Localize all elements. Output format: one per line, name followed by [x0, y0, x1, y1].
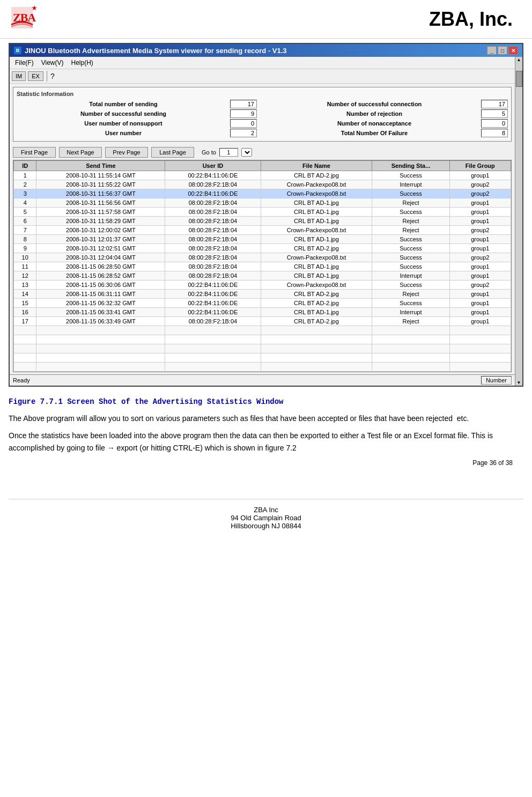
- table-row[interactable]: 72008-10-31 12:00:02 GMT08:00:28:F2:1B:0…: [14, 226, 511, 235]
- cell-group: group1: [449, 317, 511, 326]
- cell-user: 08:00:28:F2:1B:04: [165, 198, 261, 208]
- stat-successful-sending-label: Number of successful sending: [17, 110, 230, 117]
- cell-status: Reject: [372, 290, 449, 299]
- cell-group: group1: [449, 271, 511, 281]
- stat-nonacceptance: Number of nonacceptance 0: [268, 119, 508, 128]
- main-content: B JINOU Bluetooth Advertisement Media Sy…: [0, 39, 532, 534]
- table-row[interactable]: 132008-11-15 06:30:06 GMT00:22:B4:11:06:…: [14, 281, 511, 290]
- col-file-name: File Name: [261, 161, 372, 171]
- page-footer: ZBA Inc 94 Old Camplain Road Hillsboroug…: [9, 499, 523, 530]
- table-row[interactable]: 92008-10-31 12:02:51 GMT08:00:28:F2:1B:0…: [14, 244, 511, 253]
- cell-time: 2008-10-31 11:55:14 GMT: [36, 171, 165, 180]
- figure-caption: Figure 7.7.1 Screen Shot of the Advertis…: [9, 397, 523, 406]
- cell-time: 2008-10-31 11:56:56 GMT: [36, 198, 165, 208]
- menu-bar: File(F) View(V) Help(H): [10, 57, 515, 69]
- cell-group: group2: [449, 226, 511, 235]
- scroll-down-button[interactable]: ▼: [516, 380, 522, 386]
- bluetooth-icon: B: [14, 47, 21, 54]
- cell-status: Reject: [372, 198, 449, 208]
- body-paragraph-1: The Above program will allow you to sort…: [9, 412, 523, 424]
- cell-status: Interrupt: [372, 271, 449, 281]
- stat-total-sending-label: Total number of sending: [17, 101, 230, 107]
- table-row[interactable]: 112008-11-15 06:28:50 GMT08:00:28:F2:1B:…: [14, 262, 511, 271]
- cell-user: 00:22:B4:11:06:DE: [165, 308, 261, 317]
- toolbar-ex-button[interactable]: EX: [28, 71, 43, 81]
- goto-input[interactable]: [219, 148, 238, 157]
- table-header-row: ID Send Time User ID File Name Sending S…: [14, 161, 511, 171]
- cell-time: 2008-10-31 12:02:51 GMT: [36, 244, 165, 253]
- scroll-up-button[interactable]: ▲: [516, 57, 522, 63]
- cell-group: group1: [449, 299, 511, 308]
- menu-file[interactable]: File(F): [12, 58, 37, 68]
- next-page-button[interactable]: Next Page: [59, 147, 102, 158]
- toolbar-im-button[interactable]: IM: [12, 71, 26, 81]
- stat-successful-sending-value: 9: [230, 109, 257, 118]
- cell-user: 08:00:28:F2:1B:04: [165, 226, 261, 235]
- table-row[interactable]: 52008-10-31 11:57:58 GMT08:00:28:F2:1B:0…: [14, 208, 511, 217]
- table-row[interactable]: 102008-10-31 12:04:04 GMT08:00:28:F2:1B:…: [14, 253, 511, 262]
- cell-user: 08:00:28:F2:1B:04: [165, 180, 261, 189]
- cell-file: CRL BT AD-1.jpg: [261, 198, 372, 208]
- cell-time: 2008-10-31 11:56:37 GMT: [36, 189, 165, 198]
- stat-nonsupport-label: User number of nonsupport: [17, 120, 230, 127]
- cell-group: group1: [449, 235, 511, 244]
- menu-help[interactable]: Help(H): [68, 58, 96, 68]
- cell-user: 08:00:28:F2:1B:04: [165, 253, 261, 262]
- stat-total-failure-value: 8: [481, 129, 508, 137]
- window-titlebar: B JINOU Bluetooth Advertisement Media Sy…: [10, 44, 522, 57]
- maximize-button[interactable]: □: [498, 46, 507, 55]
- stats-legend: Statistic Information: [17, 91, 508, 97]
- stat-rejection-value: 5: [481, 109, 508, 118]
- application-window: B JINOU Bluetooth Advertisement Media Sy…: [9, 43, 523, 387]
- prev-page-button[interactable]: Prev Page: [105, 147, 148, 158]
- stat-nonsupport: User number of nonsupport 0: [17, 119, 257, 128]
- cell-id: 9: [14, 244, 36, 253]
- table-row[interactable]: 172008-11-15 06:33:49 GMT08:00:28:F2:1B:…: [14, 317, 511, 326]
- table-row[interactable]: 42008-10-31 11:56:56 GMT08:00:28:F2:1B:0…: [14, 198, 511, 208]
- cell-status: Interrupt: [372, 180, 449, 189]
- cell-user: 08:00:28:F2:1B:04: [165, 235, 261, 244]
- cell-id: 17: [14, 317, 36, 326]
- cell-time: 2008-10-31 11:57:58 GMT: [36, 208, 165, 217]
- table-row[interactable]: 122008-11-15 06:28:52 GMT08:00:28:F2:1B:…: [14, 271, 511, 281]
- scrollbar-right[interactable]: ▲ ▼: [515, 57, 522, 386]
- cell-id: 1: [14, 171, 36, 180]
- table-row[interactable]: 32008-10-31 11:56:37 GMT00:22:B4:11:06:D…: [14, 189, 511, 198]
- cell-group: group1: [449, 217, 511, 226]
- cell-time: 2008-11-15 06:33:41 GMT: [36, 308, 165, 317]
- table-row[interactable]: 12008-10-31 11:55:14 GMT00:22:B4:11:06:D…: [14, 171, 511, 180]
- cell-user: 00:22:B4:11:06:DE: [165, 189, 261, 198]
- stat-nonsupport-value: 0: [230, 119, 257, 128]
- toolbar-separator: [47, 71, 47, 82]
- cell-id: 10: [14, 253, 36, 262]
- col-send-time: Send Time: [36, 161, 165, 171]
- cell-group: group2: [449, 180, 511, 189]
- cell-status: Success: [372, 208, 449, 217]
- close-button[interactable]: ✕: [508, 46, 518, 55]
- cell-time: 2008-10-31 12:00:02 GMT: [36, 226, 165, 235]
- cell-file: Crown-Packexpo08.txt: [261, 189, 372, 198]
- stat-user-number-value: 2: [230, 129, 257, 137]
- table-row[interactable]: 82008-10-31 12:01:37 GMT08:00:28:F2:1B:0…: [14, 235, 511, 244]
- minimize-button[interactable]: _: [487, 46, 497, 55]
- table-row[interactable]: 152008-11-15 06:32:32 GMT00:22:B4:11:06:…: [14, 299, 511, 308]
- table-row[interactable]: 22008-10-31 11:55:22 GMT08:00:28:F2:1B:0…: [14, 180, 511, 189]
- scrollbar-thumb[interactable]: [516, 71, 522, 87]
- window-inner: File(F) View(V) Help(H) IM EX ? Statisti…: [10, 57, 522, 386]
- table-row[interactable]: 62008-10-31 11:58:29 GMT08:00:28:F2:1B:0…: [14, 217, 511, 226]
- footer-address2: Hillsborough NJ 08844: [9, 522, 523, 530]
- first-page-button[interactable]: First Page: [13, 147, 56, 158]
- cell-user: 00:22:B4:11:06:DE: [165, 171, 261, 180]
- cell-status: Reject: [372, 317, 449, 326]
- table-empty-row: [14, 344, 511, 353]
- menu-view[interactable]: View(V): [38, 58, 67, 68]
- cell-group: group1: [449, 262, 511, 271]
- cell-time: 2008-11-15 06:32:32 GMT: [36, 299, 165, 308]
- table-row[interactable]: 162008-11-15 06:33:41 GMT00:22:B4:11:06:…: [14, 308, 511, 317]
- last-page-button[interactable]: Last Page: [151, 147, 194, 158]
- logo-area: ZBA: [9, 4, 57, 34]
- goto-dropdown[interactable]: 1: [241, 148, 252, 157]
- table-row[interactable]: 142008-11-15 06:31:11 GMT00:22:B4:11:06:…: [14, 290, 511, 299]
- cell-file: CRL BT AD-1.jpg: [261, 208, 372, 217]
- window-controls[interactable]: _ □ ✕: [487, 46, 518, 55]
